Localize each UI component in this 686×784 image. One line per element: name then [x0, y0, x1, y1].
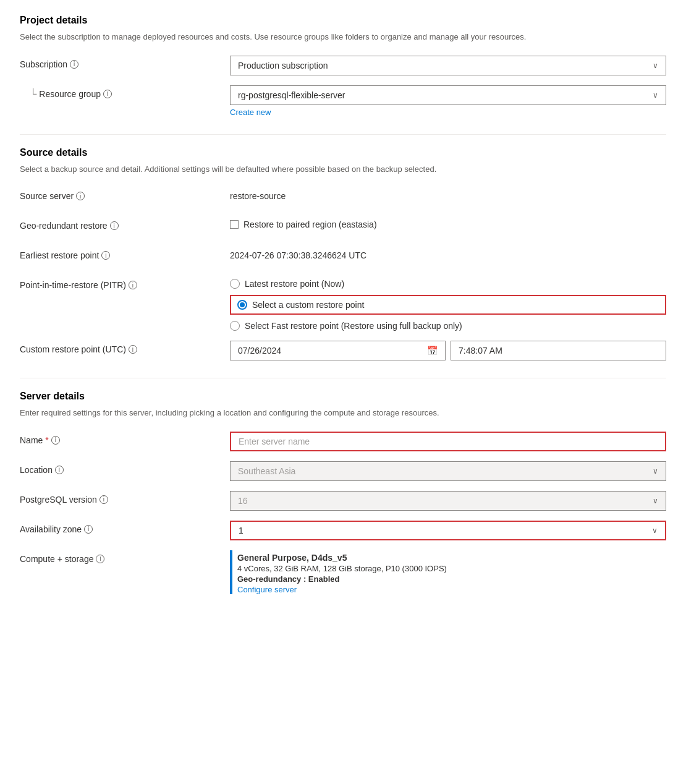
compute-storage-bar: [230, 550, 232, 594]
pitr-options-col: Latest restore point (Now) Select a cust…: [230, 276, 666, 331]
subscription-info-icon[interactable]: i: [70, 60, 78, 69]
compute-storage-value-col: General Purpose, D4ds_v5 4 vCores, 32 Gi…: [230, 550, 666, 594]
subscription-dropdown[interactable]: Production subscription ∨: [230, 56, 666, 75]
earliest-restore-label-col: Earliest restore point i: [20, 247, 230, 260]
pitr-option-custom[interactable]: Select a custom restore point: [230, 295, 666, 315]
pitr-option-fast[interactable]: Select Fast restore point (Restore using…: [230, 321, 666, 331]
pitr-radio-latest[interactable]: [230, 279, 240, 289]
postgresql-version-label: PostgreSQL version: [20, 495, 97, 505]
source-details-desc: Select a backup source and detail. Addit…: [20, 163, 666, 176]
custom-restore-value-col: 07/26/2024 📅: [230, 341, 666, 360]
earliest-restore-value-col: 2024-07-26 07:30:38.3246624 UTC: [230, 247, 666, 260]
name-label-col: Name * i: [20, 432, 230, 445]
location-value-col: Southeast Asia ∨: [230, 461, 666, 481]
postgresql-version-row: PostgreSQL version i 16 ∨: [20, 491, 666, 511]
source-server-label-col: Source server i: [20, 187, 230, 201]
availability-zone-info-icon[interactable]: i: [84, 525, 93, 534]
pitr-info-icon[interactable]: i: [129, 281, 137, 289]
postgresql-version-value: 16: [238, 496, 248, 506]
location-row: Location i Southeast Asia ∨: [20, 461, 666, 481]
geo-redundant-checkbox[interactable]: [230, 220, 239, 229]
availability-zone-label-col: Availability zone i: [20, 521, 230, 534]
geo-redundant-checkbox-row: Restore to paired region (eastasia): [230, 217, 666, 229]
subscription-label-col: Subscription i: [20, 56, 230, 69]
geo-redundant-checkbox-label: Restore to paired region (eastasia): [243, 219, 377, 229]
calendar-icon: 📅: [427, 346, 438, 356]
earliest-restore-info-icon[interactable]: i: [101, 251, 110, 260]
compute-storage-label-col: Compute + storage i: [20, 550, 230, 564]
location-dropdown[interactable]: Southeast Asia ∨: [230, 461, 666, 481]
server-name-input[interactable]: [230, 432, 666, 451]
location-info-icon[interactable]: i: [55, 466, 64, 474]
custom-restore-time-input[interactable]: [451, 341, 666, 360]
server-details-desc: Enter required settings for this server,…: [20, 407, 666, 419]
availability-zone-dropdown[interactable]: 1 ∨: [230, 521, 666, 540]
earliest-restore-row: Earliest restore point i 2024-07-26 07:3…: [20, 247, 666, 266]
availability-zone-row: Availability zone i 1 ∨: [20, 521, 666, 540]
availability-zone-chevron-icon: ∨: [652, 526, 658, 535]
pitr-label-latest: Latest restore point (Now): [245, 279, 344, 289]
source-server-value: restore-source: [230, 187, 666, 201]
pitr-label-fast: Select Fast restore point (Restore using…: [245, 321, 462, 331]
custom-restore-label-col: Custom restore point (UTC) i: [20, 341, 230, 354]
availability-zone-value-col: 1 ∨: [230, 521, 666, 540]
pitr-radio-custom[interactable]: [237, 300, 247, 310]
custom-restore-info-icon[interactable]: i: [129, 345, 137, 354]
resource-group-label-col: └ Resource group i: [20, 85, 230, 99]
source-server-label: Source server: [20, 191, 74, 201]
location-value: Southeast Asia: [238, 466, 295, 476]
postgresql-version-label-col: PostgreSQL version i: [20, 491, 230, 505]
server-details-title: Server details: [20, 391, 666, 402]
postgresql-version-value-col: 16 ∨: [230, 491, 666, 511]
name-row: Name * i: [20, 432, 666, 451]
resource-group-row: └ Resource group i rg-postgresql-flexibl…: [20, 85, 666, 117]
compute-storage-row: Compute + storage i General Purpose, D4d…: [20, 550, 666, 594]
resource-group-info-icon[interactable]: i: [103, 90, 112, 98]
availability-zone-label: Availability zone: [20, 524, 82, 534]
earliest-restore-label: Earliest restore point: [20, 250, 99, 260]
custom-restore-row: Custom restore point (UTC) i 07/26/2024 …: [20, 341, 666, 360]
subscription-value-col: Production subscription ∨: [230, 56, 666, 75]
compute-storage-info-icon[interactable]: i: [96, 555, 104, 563]
geo-redundant-value-col: Restore to paired region (eastasia): [230, 217, 666, 229]
source-server-info-icon[interactable]: i: [76, 192, 85, 200]
location-chevron-icon: ∨: [653, 467, 658, 475]
pitr-radio-group: Latest restore point (Now) Select a cust…: [230, 276, 666, 331]
name-info-icon[interactable]: i: [51, 436, 60, 445]
postgresql-version-dropdown[interactable]: 16 ∨: [230, 491, 666, 511]
subscription-row: Subscription i Production subscription ∨: [20, 56, 666, 75]
compute-detail: 4 vCores, 32 GiB RAM, 128 GiB storage, P…: [237, 564, 447, 573]
create-new-link[interactable]: Create new: [230, 108, 271, 117]
section-divider-2: [20, 378, 666, 378]
subscription-label: Subscription: [20, 59, 67, 69]
custom-restore-label: Custom restore point (UTC): [20, 344, 126, 354]
pitr-radio-fast[interactable]: [230, 321, 240, 331]
geo-redundant-label: Geo-redundant restore: [20, 221, 108, 231]
source-server-row: Source server i restore-source: [20, 187, 666, 207]
server-details-section: Server details Enter required settings f…: [20, 391, 666, 594]
geo-redundant-label-col: Geo-redundant restore i: [20, 217, 230, 231]
geo-redundant-row: Geo-redundant restore i Restore to paire…: [20, 217, 666, 237]
resource-group-dropdown[interactable]: rg-postgresql-flexible-server ∨: [230, 85, 666, 105]
name-required-indicator: *: [45, 435, 48, 445]
date-time-row: 07/26/2024 📅: [230, 341, 666, 360]
source-details-title: Source details: [20, 147, 666, 158]
postgresql-version-chevron-icon: ∨: [653, 496, 658, 505]
resource-group-value-col: rg-postgresql-flexible-server ∨ Create n…: [230, 85, 666, 117]
location-label: Location: [20, 465, 53, 475]
section-divider-1: [20, 134, 666, 135]
date-value: 07/26/2024: [238, 346, 281, 356]
geo-redundant-info-icon[interactable]: i: [110, 221, 119, 230]
configure-server-link[interactable]: Configure server: [237, 585, 297, 594]
availability-zone-value: 1: [239, 526, 243, 535]
project-details-section: Project details Select the subscription …: [20, 15, 666, 117]
pitr-radio-custom-inner: [240, 302, 245, 307]
postgresql-version-info-icon[interactable]: i: [100, 495, 108, 504]
source-details-section: Source details Select a backup source an…: [20, 147, 666, 361]
resource-group-label: Resource group: [39, 89, 101, 99]
rg-bracket: └: [30, 89, 36, 99]
name-value-col: [230, 432, 666, 451]
pitr-option-latest[interactable]: Latest restore point (Now): [230, 279, 666, 289]
location-label-col: Location i: [20, 461, 230, 475]
custom-restore-date-input[interactable]: 07/26/2024 📅: [230, 341, 446, 360]
